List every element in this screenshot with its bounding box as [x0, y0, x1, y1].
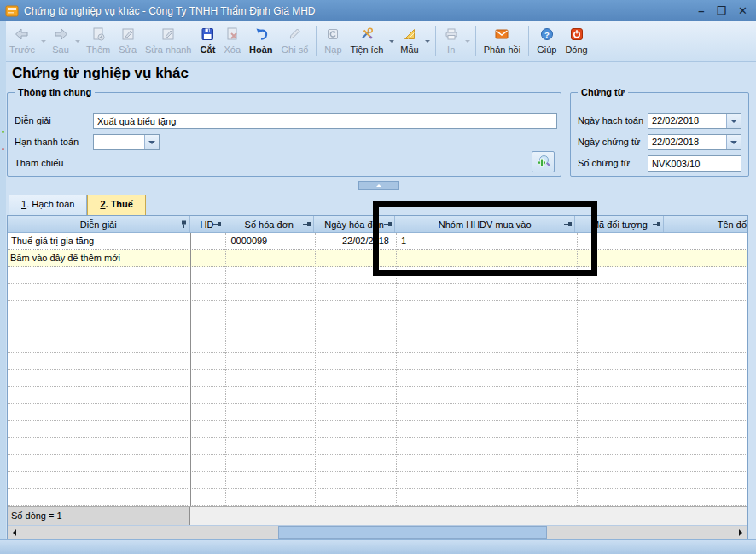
- quick-edit-button[interactable]: Sửa nhanh: [141, 23, 195, 60]
- close-form-button[interactable]: Đóng: [561, 23, 591, 60]
- grid-cell[interactable]: Thuế giá trị gia tăng: [8, 233, 189, 249]
- chevron-down-icon[interactable]: [726, 114, 741, 128]
- scrollbar-thumb[interactable]: [278, 526, 547, 539]
- close-button[interactable]: ✕: [738, 0, 747, 21]
- column-header-2[interactable]: Số hóa đơn: [224, 216, 314, 232]
- help-button[interactable]: ? Giúp: [532, 23, 561, 60]
- tax-grid: Diễn giảiHĐSố hóa đơnNgày hóa đơnNhóm HH…: [7, 215, 748, 539]
- pin-icon[interactable]: [384, 220, 393, 228]
- utilities-button[interactable]: Tiện ích: [346, 23, 388, 60]
- empty-row: [8, 284, 747, 301]
- floppy-disk-icon: [200, 26, 215, 43]
- empty-row: [8, 421, 747, 438]
- grid-footer: Số dòng = 1: [8, 506, 747, 525]
- column-header-4[interactable]: Nhóm HHDV mua vào: [395, 216, 576, 232]
- group-title: Thông tin chung: [15, 87, 95, 97]
- pin-icon[interactable]: [180, 220, 188, 229]
- empty-row: [8, 301, 747, 318]
- utilities-dropdown-icon[interactable]: [387, 23, 396, 60]
- print-button[interactable]: In: [439, 23, 463, 60]
- grid-cell[interactable]: 0000099: [224, 233, 314, 249]
- document-number-input[interactable]: [648, 155, 741, 172]
- add-new-row[interactable]: Bấm vào đây để thêm mới: [8, 250, 747, 267]
- page-title: Chứng từ nghiệp vụ khác: [12, 65, 189, 82]
- delete-doc-icon: [224, 26, 240, 43]
- tab-thue[interactable]: 2. Thuế: [87, 195, 146, 216]
- payment-term-combo[interactable]: [93, 134, 160, 150]
- empty-row: [8, 267, 747, 284]
- tab-hach-toan[interactable]: 1. Hạch toán: [9, 195, 87, 216]
- print-dropdown-icon[interactable]: [463, 23, 472, 60]
- chevron-down-icon[interactable]: [726, 135, 741, 149]
- envelope-icon: [494, 26, 509, 43]
- grid-body: Thuế giá trị gia tăng000009922/02/20181 …: [8, 233, 747, 506]
- empty-row: [8, 318, 747, 335]
- column-header-5[interactable]: Mã đối tượng: [575, 216, 664, 232]
- empty-row: [8, 472, 747, 489]
- cut-button[interactable]: Cắt: [195, 23, 219, 60]
- tab-strip: 1. Hạch toán 2. Thuế: [9, 195, 146, 216]
- toolbar-separator: [316, 26, 317, 56]
- grid-cell[interactable]: [189, 233, 224, 249]
- maximize-button[interactable]: ❒: [716, 0, 726, 21]
- grid-cell[interactable]: 22/02/2018: [314, 233, 395, 249]
- post-button[interactable]: Ghi sổ: [277, 23, 313, 60]
- toolbar-separator: [528, 26, 529, 56]
- add-lookup-icon: [535, 154, 551, 170]
- previous-button[interactable]: Trước: [5, 23, 39, 60]
- grid-cell[interactable]: 1: [395, 233, 575, 249]
- edit-icon: [120, 26, 136, 43]
- minimize-button[interactable]: –: [698, 0, 704, 21]
- feedback-button[interactable]: Phản hồi: [480, 23, 525, 60]
- template-button[interactable]: Mẫu: [396, 23, 422, 60]
- empty-row: [8, 455, 747, 472]
- toolbar-separator: [435, 26, 436, 56]
- tools-icon: [359, 26, 375, 43]
- description-input[interactable]: [93, 113, 557, 129]
- chevron-up-icon: [376, 182, 381, 187]
- add-document-icon: [90, 26, 106, 43]
- add-reference-button[interactable]: [532, 151, 555, 172]
- group-title: Chứng từ: [578, 87, 628, 97]
- document-number-label: Số chứng từ: [578, 158, 630, 168]
- edge-marker-icon: [2, 131, 4, 133]
- grid-cell[interactable]: [664, 233, 747, 249]
- pin-icon[interactable]: [564, 220, 573, 228]
- column-header-6[interactable]: Tên đố: [664, 216, 747, 232]
- posting-date-picker[interactable]: 22/02/2018: [648, 113, 741, 129]
- toolbar-separator: [475, 26, 476, 56]
- empty-row: [8, 438, 747, 455]
- next-dropdown-icon[interactable]: [73, 23, 82, 60]
- empty-row: [8, 353, 747, 370]
- arrow-left-icon: [14, 26, 31, 43]
- next-button[interactable]: Sau: [48, 23, 73, 60]
- window-title: Chứng từ nghiệp vụ khác - Công Ty TNHH T…: [24, 5, 316, 17]
- pin-icon[interactable]: [653, 220, 661, 228]
- left-edge-strip: [0, 21, 6, 539]
- add-button[interactable]: Thêm: [82, 23, 114, 60]
- column-header-1[interactable]: HĐ: [190, 216, 225, 232]
- column-header-3[interactable]: Ngày hóa đơn: [314, 216, 395, 232]
- splitter-collapse-handle[interactable]: [358, 181, 399, 190]
- toolbar: Trước Sau Thêm Sửa Sửa nhanh Cắt Xóa: [0, 21, 756, 62]
- general-info-group: Thông tin chung Diễn giải Hạn thanh toán…: [7, 92, 561, 177]
- horizontal-scrollbar[interactable]: [8, 525, 747, 539]
- pin-icon[interactable]: [213, 220, 222, 228]
- delete-button[interactable]: Xóa: [219, 23, 245, 60]
- scroll-right-icon[interactable]: [734, 526, 747, 539]
- undo-button[interactable]: Hoàn: [245, 23, 277, 60]
- document-date-picker[interactable]: 22/02/2018: [648, 134, 741, 150]
- grid-cell[interactable]: [575, 233, 664, 249]
- row-count-label: Số dòng = 1: [8, 507, 190, 525]
- help-icon: ?: [539, 26, 555, 43]
- pin-icon[interactable]: [303, 220, 311, 228]
- table-row[interactable]: Thuế giá trị gia tăng000009922/02/20181: [8, 233, 747, 250]
- previous-dropdown-icon[interactable]: [39, 23, 48, 60]
- column-header-0[interactable]: Diễn giải: [8, 216, 190, 232]
- edit-button[interactable]: Sửa: [114, 23, 141, 60]
- chevron-down-icon[interactable]: [144, 135, 159, 149]
- template-dropdown-icon[interactable]: [423, 23, 432, 60]
- ruler-icon: [402, 26, 417, 43]
- scroll-left-icon[interactable]: [8, 526, 21, 539]
- load-button[interactable]: Nạp: [320, 23, 346, 60]
